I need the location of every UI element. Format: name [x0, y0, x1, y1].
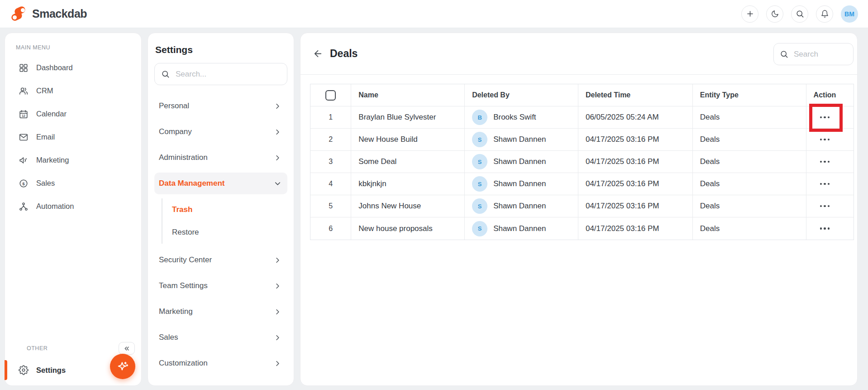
main-panel-header: Deals — [300, 33, 857, 74]
chevron-right-icon — [273, 282, 282, 290]
row-index-cell: 6 — [310, 217, 351, 240]
column-header-deleted-time: Deleted Time — [578, 84, 693, 106]
settings-item-label: Customization — [159, 359, 208, 368]
row-index-cell: 4 — [310, 173, 351, 195]
row-actions-button[interactable] — [820, 129, 830, 150]
settings-panel: Settings PersonalCompanyAdministrationDa… — [148, 33, 294, 386]
deleted-by-name: Shawn Dannen — [493, 157, 546, 166]
table-header-row: NameDeleted ByDeleted TimeEntity TypeAct… — [310, 84, 854, 106]
cell-action — [806, 217, 854, 240]
settings-item-team-settings[interactable]: Team Settings — [154, 275, 287, 297]
select-all-checkbox[interactable] — [325, 90, 336, 101]
cell-deleted-time: 04/17/2025 03:16 PM — [578, 129, 693, 151]
theme-toggle-button[interactable] — [766, 5, 783, 23]
header-actions: BM — [741, 5, 858, 23]
column-header-label: Entity Type — [700, 91, 739, 99]
cell-action — [806, 129, 854, 151]
chevron-right-icon — [273, 102, 282, 111]
cell-deleted-time: 04/17/2025 03:16 PM — [578, 173, 693, 195]
create-button[interactable] — [741, 5, 758, 23]
cell-deleted-time: 04/17/2025 03:16 PM — [578, 195, 693, 217]
row-actions-button[interactable] — [820, 173, 830, 195]
cell-entity-type: Deals — [693, 217, 806, 240]
table-row: 2New House BuildSShawn Dannen04/17/2025 … — [310, 129, 854, 151]
settings-item-personal[interactable]: Personal — [154, 95, 287, 117]
row-actions-button[interactable] — [820, 195, 830, 217]
column-header-label: Deleted By — [472, 91, 510, 99]
settings-item-label: Administration — [159, 153, 208, 162]
settings-item-data-management[interactable]: Data Management — [154, 173, 287, 194]
main-panel: Deals NameDeleted ByDeleted TimeEntity T… — [300, 33, 858, 386]
settings-item-marketing[interactable]: Marketing — [154, 301, 287, 323]
sidebar-item-dashboard[interactable]: Dashboard — [5, 56, 141, 79]
cell-action — [806, 151, 854, 173]
settings-item-administration[interactable]: Administration — [154, 147, 287, 169]
chevron-right-icon — [273, 333, 282, 342]
table-row: 5Johns New HouseSShawn Dannen04/17/2025 … — [310, 195, 854, 217]
cell-name: New House Build — [351, 129, 465, 151]
dashboard-icon — [19, 63, 29, 73]
cell-entity-type: Deals — [693, 129, 806, 151]
sidebar-item-crm[interactable]: CRM — [5, 79, 141, 102]
cell-deleted-by: SShawn Dannen — [465, 129, 578, 151]
sidebar-item-sales[interactable]: $Sales — [5, 172, 141, 195]
global-search-button[interactable] — [791, 5, 808, 23]
automation-icon — [19, 202, 29, 212]
sidebar-item-marketing[interactable]: Marketing — [5, 149, 141, 172]
sparkle-icon — [116, 360, 129, 373]
settings-search-input[interactable] — [175, 69, 281, 79]
main-menu-section-label: MAIN MENU — [16, 44, 141, 51]
avatar-initials: BM — [844, 10, 854, 18]
table-row: 6New house proposalsSShawn Dannen04/17/2… — [310, 217, 854, 240]
crm-icon — [19, 86, 29, 96]
cell-name: Some Deal — [351, 151, 465, 173]
header-divider — [300, 74, 857, 75]
deleted-by-avatar: S — [472, 198, 487, 214]
deleted-by-name: Shawn Dannen — [493, 179, 546, 188]
sidebar-item-label: Sales — [36, 179, 55, 188]
row-index-cell: 5 — [310, 195, 351, 217]
user-avatar[interactable]: BM — [841, 5, 858, 23]
sidebar-item-label: Email — [36, 133, 55, 141]
cell-entity-type: Deals — [693, 106, 806, 129]
row-actions-button[interactable] — [820, 106, 830, 128]
deals-search-input[interactable] — [793, 49, 847, 59]
calendar-icon: 12 — [19, 109, 29, 119]
settings-subitem-restore[interactable]: Restore — [172, 221, 287, 244]
row-index-cell: 1 — [310, 106, 351, 129]
active-indicator-bar — [5, 360, 7, 380]
sidebar-item-email[interactable]: Email — [5, 125, 141, 149]
deleted-by-avatar: S — [472, 154, 487, 169]
settings-submenu: TrashRestore — [162, 198, 287, 244]
cell-deleted-by: SShawn Dannen — [465, 195, 578, 217]
settings-subitem-trash[interactable]: Trash — [172, 198, 287, 221]
top-bar: Smackdab BM — [0, 0, 868, 28]
settings-item-sales[interactable]: Sales — [154, 327, 287, 348]
cell-name: New house proposals — [351, 217, 465, 240]
notifications-button[interactable] — [816, 5, 833, 23]
row-actions-button[interactable] — [820, 217, 830, 240]
settings-item-company[interactable]: Company — [154, 121, 287, 143]
collapse-sidebar-button[interactable] — [119, 342, 135, 355]
settings-menu: PersonalCompanyAdministrationData Manage… — [148, 95, 294, 374]
cell-name: Johns New House — [351, 195, 465, 217]
brand[interactable]: Smackdab — [10, 5, 87, 23]
cell-name: Braylan Blue Sylvester — [351, 106, 465, 129]
chevron-right-icon — [273, 256, 282, 265]
cell-entity-type: Deals — [693, 195, 806, 217]
cell-deleted-by: SShawn Dannen — [465, 151, 578, 173]
sidebar-item-automation[interactable]: Automation — [5, 195, 141, 218]
other-section-label: OTHER — [27, 345, 48, 351]
sidebar: MAIN MENU DashboardCRM12CalendarEmailMar… — [5, 33, 142, 386]
settings-item-customization[interactable]: Customization — [154, 352, 287, 374]
column-header-label: Action — [814, 91, 836, 99]
table-row: 4kbkjnkjnSShawn Dannen04/17/2025 03:16 P… — [310, 173, 854, 195]
back-arrow-icon[interactable] — [313, 48, 323, 59]
row-actions-button[interactable] — [820, 151, 830, 173]
plus-icon — [746, 10, 754, 18]
settings-item-security-center[interactable]: Security Center — [154, 249, 287, 271]
sidebar-item-label: Calendar — [36, 110, 67, 118]
ai-assistant-fab[interactable] — [110, 354, 135, 379]
sidebar-item-calendar[interactable]: 12Calendar — [5, 102, 141, 125]
settings-item-label: Company — [159, 127, 192, 136]
